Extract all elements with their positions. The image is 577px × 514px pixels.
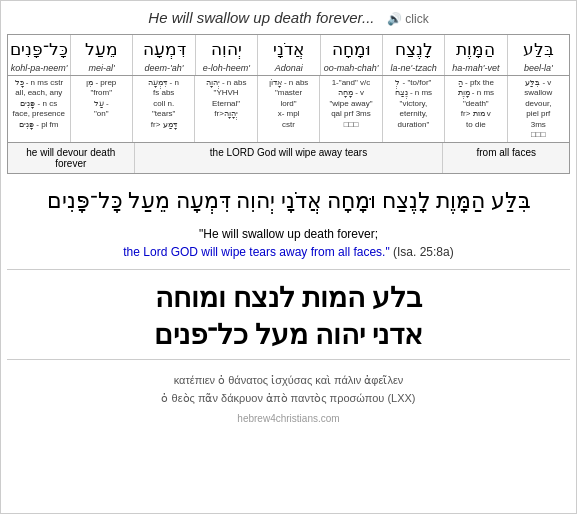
large-hebrew-text: בלע המות לנצח ומוחה אדני יהוה מעל כל־פני… xyxy=(1,274,576,355)
divider2 xyxy=(7,359,570,360)
word-cell-5: יְהוִהe-loh-heem' xyxy=(195,35,257,75)
hebrew-word-0: בִּלַּע xyxy=(510,39,567,61)
hebrew-word-3: וּמָחָה xyxy=(323,39,380,61)
trans-cell-1: the LORD God will wipe away tears xyxy=(134,143,443,173)
word-cell-0: בִּלַּעbeel-la' xyxy=(507,35,569,75)
greek-line1: κατέπιεν ὁ θάνατος ἰσχύσας καὶ πάλιν ἀφε… xyxy=(21,372,556,390)
page-header: He will swallow up death forever... 🔊 cl… xyxy=(1,1,576,30)
hebrew-word-7: מֵעַל xyxy=(73,39,130,61)
word-cell-8: כָּל־פָּנִיםkohl-pa-neem' xyxy=(8,35,70,75)
grammar-cell-4: אָדוֹן - n abs"masterlord"x- mplcstr xyxy=(257,76,319,142)
header-title: He will swallow up death forever... xyxy=(148,9,374,26)
grammar-cell-6: דִּמְעָה - nfs abscoll n."tears"fr> דָּמ… xyxy=(132,76,194,142)
word-cell-1: הַמָּוֶתha-mah'-vet xyxy=(444,35,506,75)
word-cell-4: אֲדֹנָיAdonai xyxy=(257,35,319,75)
grammar-cell-3: 1-"and" v/cמָחָה - v"wipe away"qal prf 3… xyxy=(319,76,381,142)
transliteration-6: deem-'ah' xyxy=(135,63,192,73)
grammar-cell-8: כָּל - n ms cstrall, each, anyפָּנִים - … xyxy=(8,76,69,142)
hebrew-word-6: דִּמְעָה xyxy=(135,39,192,61)
trans-cell-2: he will devour death forever xyxy=(8,143,134,173)
hebrew-word-8: כָּל־פָּנִים xyxy=(10,39,68,61)
audio-click-label[interactable]: 🔊 click xyxy=(387,12,429,26)
quote-line2: the Lord GOD will wipe tears away from a… xyxy=(21,243,556,261)
large-hebrew-line2: אדני יהוה מעל כל־פנים xyxy=(11,317,566,353)
greek-line2: ὁ θεὸς πᾶν δάκρυον ἀπὸ παντὸς προσώπου (… xyxy=(21,390,556,408)
grammar-cell-7: מִן - prep"from"עַל -"on" xyxy=(70,76,132,142)
grammar-row: בִּלַּע - vswallowdevour,piel prf3ms□□□ה… xyxy=(8,76,569,143)
word-cell-6: דִּמְעָהdeem-'ah' xyxy=(132,35,194,75)
hebrew-word-5: יְהוִה xyxy=(198,39,255,61)
quote-line1: "He will swallow up death forever; xyxy=(21,225,556,243)
grammar-cell-0: בִּלַּע - vswallowdevour,piel prf3ms□□□ xyxy=(507,76,569,142)
large-hebrew-line1: בלע המות לנצח ומוחה xyxy=(11,280,566,316)
transliteration-0: beel-la' xyxy=(510,63,567,73)
grammar-cell-5: יְהוָה - n abs"YHVHEternal"fr>יְהָוָה xyxy=(194,76,256,142)
greek-text: κατέπιεν ὁ θάνατος ἰσχύσας καὶ πάλιν ἀφε… xyxy=(1,364,576,409)
english-quote: "He will swallow up death forever; the L… xyxy=(1,221,576,265)
divider1 xyxy=(7,269,570,270)
transliteration-2: la-ne'-tzach xyxy=(385,63,442,73)
transliteration-8: kohl-pa-neem' xyxy=(10,63,68,73)
word-cell-3: וּמָחָהoo-mah-chah' xyxy=(320,35,382,75)
translation-row: from all facesthe LORD God will wipe awa… xyxy=(8,143,569,173)
trans-cell-0: from all faces xyxy=(442,143,569,173)
word-cell-7: מֵעַלmei-al' xyxy=(70,35,132,75)
hebrew-word-4: אֲדֹנָי xyxy=(260,39,317,61)
transliteration-7: mei-al' xyxy=(73,63,130,73)
footer: hebrew4christians.com xyxy=(1,409,576,428)
hebrew-word-2: לָנֶצַח xyxy=(385,39,442,61)
hebrew-words-row: בִּלַּעbeel-la'הַמָּוֶתha-mah'-vetלָנֶצַ… xyxy=(8,35,569,76)
grammar-cell-1: הַ - pfx theמָוֶת - n ms"death"fr> מוּת … xyxy=(444,76,506,142)
word-cell-2: לָנֶצַחla-ne'-tzach xyxy=(382,35,444,75)
transliteration-3: oo-mah-chah' xyxy=(323,63,380,73)
hebrew-word-1: הַמָּוֶת xyxy=(447,39,504,61)
transliteration-5: e-loh-heem' xyxy=(198,63,255,73)
transliteration-1: ha-mah'-vet xyxy=(447,63,504,73)
transliteration-4: Adonai xyxy=(260,63,317,73)
hebrew-full-sentence: בִּלַּע הַמָּוֶת לָנֶצַח וּמָחָה אֲדֹנָי… xyxy=(1,178,576,221)
word-table: בִּלַּעbeel-la'הַמָּוֶתha-mah'-vetלָנֶצַ… xyxy=(7,34,570,174)
grammar-cell-2: לְ - "to/for"נֶצַח - n ms"victory,eterni… xyxy=(382,76,444,142)
